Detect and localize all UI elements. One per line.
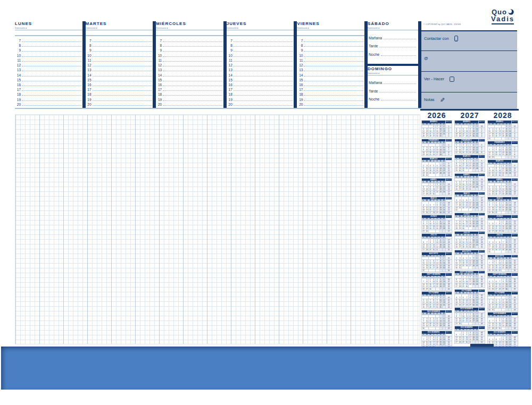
day-cell [443, 193, 446, 195]
week-number: 12 [446, 170, 452, 172]
day-cell: 14 [458, 336, 461, 339]
day-cell: 25 [425, 267, 428, 269]
day-cell: 22 [455, 151, 458, 154]
day-cell: 27 [429, 212, 432, 214]
day-cell: 12 [422, 130, 425, 132]
day-cell: 14 [488, 151, 491, 154]
day-cell: 6 [455, 279, 458, 281]
hour-row: 17 [156, 87, 222, 91]
year-column-2026: 2026ENEROSEMANALMMJVSD123415678910112121… [421, 111, 452, 349]
day-cell [465, 227, 468, 230]
week-column-header: SEMANA [512, 313, 518, 315]
hour-row: 10 [86, 53, 152, 57]
day-cell: 7 [476, 160, 479, 162]
day-cell: 15 [502, 341, 505, 343]
hour-writing-line [163, 76, 222, 77]
hour-writing-line [304, 100, 363, 101]
weekday-letter: S [505, 276, 508, 278]
day-cell: 4 [491, 186, 494, 188]
day-cell: 19 [458, 133, 461, 135]
day-cell: 30 [462, 227, 465, 230]
day-cell: 30 [495, 269, 498, 272]
week-number: 8 [512, 154, 518, 156]
day-cell: 23 [509, 191, 512, 193]
day-cell: 18 [502, 265, 505, 267]
day-cell: 24 [425, 154, 428, 156]
day-cell [455, 255, 458, 257]
day-cell: 31 [443, 212, 446, 214]
bottom-blue-strip [1, 347, 531, 390]
day-cell: 27 [436, 154, 439, 156]
day-cell: 24 [495, 209, 498, 211]
day-cell: 11 [436, 281, 439, 283]
day-cell: 23 [465, 339, 468, 341]
day-cell [458, 276, 461, 278]
day-cell: 2 [429, 279, 432, 281]
day-cell: 2 [425, 221, 428, 223]
day-cell: 17 [472, 241, 475, 243]
day-cell: 31 [439, 135, 442, 137]
day-cell: 16 [422, 151, 425, 154]
day-cell: 26 [509, 325, 512, 327]
week-number: 14 [446, 183, 452, 185]
weekday-letter: S [505, 123, 508, 125]
day-cell: 24 [472, 244, 475, 246]
day-cell: 11 [505, 320, 508, 322]
week-number: 11 [479, 165, 485, 167]
day-cell [498, 239, 501, 241]
weekday-letter: S [439, 313, 442, 315]
day-cell: 29 [436, 212, 439, 214]
weekday-letter: J [465, 142, 468, 144]
day-cell: 25 [491, 135, 494, 137]
hour-row: 11 [227, 58, 293, 62]
slot-row: Mañana [369, 36, 416, 40]
day-cell: 8 [465, 181, 468, 183]
day-cell: 27 [472, 167, 475, 170]
day-cell [429, 144, 432, 146]
hour-label: 9 [156, 48, 163, 52]
day-cell: 11 [502, 262, 505, 264]
month-noviembre-2027: NOVIEMBRESEMANALMMJVSD123456744891011121… [454, 307, 485, 325]
day-cell: 25 [491, 249, 494, 251]
dominante-line: Dominante ▸ [227, 26, 294, 30]
day-cell: 18 [432, 225, 435, 227]
day-cell: 12 [509, 167, 512, 170]
weekday-letter: M [462, 274, 465, 276]
day-cell [462, 323, 465, 325]
week-number: 33 [479, 262, 485, 264]
day-cell: 14 [422, 283, 425, 285]
week-number: 33 [446, 262, 452, 264]
day-cell [455, 197, 458, 199]
month-febrero-2026: FEBREROSEMANALMMJVSD15234567869101112131… [421, 139, 452, 156]
day-cell: 16 [436, 301, 439, 303]
day-cell: 7 [488, 262, 491, 264]
day-cell: 23 [458, 167, 461, 170]
day-cell: 1 [439, 257, 442, 259]
day-cell: 25 [432, 227, 435, 230]
day-cell: 4 [498, 202, 501, 204]
day-cell: 1 [469, 125, 472, 128]
day-cell: 31 [472, 246, 475, 248]
day-cell: 16 [498, 170, 501, 172]
day-cell: 8 [505, 128, 508, 130]
day-cell: 15 [465, 183, 468, 185]
day-cell: 2 [458, 144, 461, 146]
day-cell: 21 [462, 186, 465, 188]
day-cell: 14 [462, 241, 465, 243]
day-cell: 13 [462, 299, 465, 301]
weekday-column-4: JUEVESDominante ▸78910111213141516171819… [227, 21, 294, 108]
day-cell: 16 [465, 281, 468, 283]
day-cell: 12 [469, 147, 472, 149]
hour-writing-line [163, 105, 222, 106]
day-cell [476, 246, 479, 248]
day-cell: 12 [436, 223, 439, 225]
day-cell: 15 [455, 165, 458, 167]
day-cell: 28 [502, 135, 505, 137]
day-cell [488, 297, 491, 299]
day-cell: 21 [502, 133, 505, 135]
day-cell: 24 [498, 267, 501, 269]
week-number: 27 [479, 239, 485, 241]
week-number: 9 [446, 163, 452, 165]
day-cell: 9 [436, 299, 439, 301]
day-cell: 28 [502, 249, 505, 251]
